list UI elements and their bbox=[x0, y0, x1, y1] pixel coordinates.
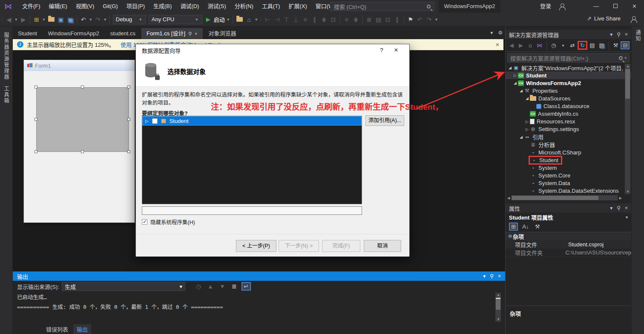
tab-student-cs[interactable]: student.cs bbox=[105, 28, 141, 39]
toolbar-grip[interactable]: ⁞ bbox=[260, 17, 262, 22]
categorized-icon[interactable]: ⊞ bbox=[509, 223, 518, 231]
tree-item-resources-resx[interactable]: ▷ Resources.resx bbox=[506, 118, 631, 126]
resize-handle[interactable] bbox=[81, 150, 84, 153]
expand-arrow-icon[interactable]: ▷ bbox=[524, 127, 530, 131]
resize-handle[interactable] bbox=[34, 150, 37, 153]
expand-arrow-icon[interactable]: ◢ bbox=[518, 88, 524, 93]
notifications-vertical-tab[interactable]: 通知 bbox=[634, 30, 641, 42]
user-account-icon[interactable] bbox=[559, 3, 566, 9]
resize-handle[interactable] bbox=[127, 150, 130, 153]
tab-error-list[interactable]: 错误列表 bbox=[43, 324, 72, 334]
back-icon[interactable]: ◀ bbox=[507, 42, 516, 49]
document-well-options-icon[interactable]: ⚙ bbox=[498, 30, 503, 36]
tab-student[interactable]: Student bbox=[13, 28, 42, 39]
bookmark-dropdown-icon[interactable]: ▾ bbox=[434, 16, 439, 23]
scroll-down-icon[interactable]: ▼ bbox=[497, 317, 500, 321]
property-row-project-file[interactable]: 项目文件 Student.csproj bbox=[506, 240, 631, 248]
tab-overflow-dropdown-icon[interactable]: ▾ bbox=[490, 30, 493, 36]
make-horizontal-spacing-equal-icon[interactable]: ⋕ bbox=[319, 15, 329, 24]
live-share-button[interactable]: ⇗ Live Share bbox=[587, 15, 621, 22]
menu-edit[interactable]: 编辑(E) bbox=[45, 0, 72, 13]
form-designer-window[interactable]: Form1 bbox=[23, 60, 135, 223]
tree-item-student-selected[interactable]: ▷ Student bbox=[142, 116, 362, 126]
hide-system-assemblies-checkbox[interactable] bbox=[142, 219, 147, 225]
expand-arrow-icon[interactable]: ◢ bbox=[518, 135, 524, 139]
undo-dropdown-icon[interactable]: ▾ bbox=[88, 16, 93, 23]
word-wrap-icon[interactable]: ↵ bbox=[242, 282, 251, 291]
hide-system-assemblies-row[interactable]: 隐藏系统程序集(H) bbox=[142, 218, 195, 226]
menu-debug[interactable]: 调试(D) bbox=[176, 0, 203, 13]
solution-explorer-vertical-scrollbar[interactable]: ▲ ▼ bbox=[625, 64, 630, 194]
data-objects-tree[interactable]: ▷ Student bbox=[142, 116, 362, 204]
student-checkbox[interactable] bbox=[152, 118, 158, 124]
expand-arrow-icon[interactable]: ▷ bbox=[512, 73, 518, 77]
tree-item-analyzers[interactable]: ≣ 分析器 bbox=[506, 141, 631, 148]
align-tops-icon[interactable]: ⊤ bbox=[282, 15, 291, 24]
tree-item-windowsformsapp2-project[interactable]: ◢ C# WindowsFormsApp2 bbox=[506, 79, 631, 87]
bookmark-icon[interactable]: ⚑ bbox=[406, 15, 415, 24]
properties-title-bar[interactable]: 属性 ▾ ⚲ × bbox=[506, 203, 631, 213]
tab-windowsformsapp2[interactable]: WindowsFormsApp2 bbox=[43, 28, 104, 39]
window-position-dropdown-icon[interactable]: ▾ bbox=[483, 273, 486, 279]
next-message-icon[interactable]: ▼ bbox=[218, 282, 227, 291]
resize-handle[interactable] bbox=[81, 86, 84, 88]
scroll-down-icon[interactable]: ▼ bbox=[626, 190, 630, 194]
solution-explorer-title-bar[interactable]: 解决方案资源管理器 ▾ ⚲ × bbox=[506, 30, 631, 39]
solution-explorer-search-input[interactable]: 搜索解决方案资源管理器(Ctrl+;) ▾ bbox=[507, 53, 630, 63]
home-icon[interactable]: ⌂ bbox=[526, 42, 535, 49]
dialog-title-bar[interactable]: 数据源配置向导 ? × bbox=[136, 44, 409, 56]
find-message-icon[interactable]: ◷ bbox=[194, 282, 203, 291]
make-same-size-icon[interactable]: ⊡ bbox=[329, 15, 338, 24]
order-icons[interactable]: ⋕ bbox=[351, 15, 361, 24]
navigate-forward-icon[interactable]: ▶ bbox=[19, 15, 28, 24]
pin-icon[interactable]: ⚲ bbox=[617, 31, 621, 37]
tree-item-solution[interactable]: ◢ ▣ 解决方案"WindowsFormsApp2"(2 个项目, bbox=[506, 64, 631, 71]
filter-input[interactable] bbox=[142, 206, 362, 215]
tree-item-system-core[interactable]: ▪▪ System.Core bbox=[506, 171, 631, 179]
finish-button[interactable]: 完成(F) bbox=[322, 240, 360, 252]
scroll-left-icon[interactable]: ◀ bbox=[507, 196, 510, 200]
redo-dropdown-icon[interactable]: ▾ bbox=[103, 16, 108, 23]
scroll-right-icon[interactable]: ▶ bbox=[619, 196, 622, 200]
previous-message-icon[interactable]: ▲ bbox=[206, 282, 215, 291]
info-bar-close-icon[interactable]: × bbox=[496, 41, 499, 48]
alphabetical-icon[interactable]: A↓ bbox=[521, 223, 530, 230]
menu-extensions[interactable]: 扩展(X) bbox=[284, 0, 311, 13]
collapse-icon[interactable]: ⊟ bbox=[507, 234, 513, 238]
menu-analyze[interactable]: 分析(N) bbox=[230, 0, 258, 13]
datagridview-control[interactable] bbox=[36, 87, 129, 152]
property-row-project-folder[interactable]: 项目文件夹 C:\Users\ASUS\source\rep bbox=[506, 248, 631, 257]
tab-form1-designer[interactable]: Form1.cs [设计] ⚲ × bbox=[141, 28, 203, 39]
tree-item-class1-datasource[interactable]: Class1.datasource bbox=[506, 102, 631, 110]
close-panel-icon[interactable]: × bbox=[625, 31, 628, 37]
scroll-thumb[interactable] bbox=[512, 196, 598, 200]
solution-platforms-dropdown[interactable]: Any CPU ▾ bbox=[149, 15, 202, 24]
refresh-icon[interactable]: ↻ bbox=[578, 41, 587, 50]
output-vertical-scrollbar[interactable]: ▲ ▼ bbox=[495, 293, 501, 322]
server-explorer-vertical-tab[interactable]: 服务器资源管理器 bbox=[3, 32, 10, 80]
start-debugging-icon[interactable]: ▶ bbox=[204, 15, 213, 23]
tree-item-microsoft-csharp[interactable]: ▪▪ Microsoft.CSharp bbox=[506, 148, 631, 156]
menu-git[interactable]: Git(G) bbox=[98, 0, 122, 13]
output-title-bar[interactable]: 输出 ▾ ⚲ × bbox=[13, 271, 505, 281]
expand-arrow-icon[interactable]: ▷ bbox=[524, 120, 530, 124]
expand-arrow-icon[interactable]: ◢ bbox=[524, 96, 530, 100]
solution-explorer-horizontal-scrollbar[interactable]: ◀ ▶ bbox=[506, 195, 630, 201]
filter-dropdown-icon[interactable]: ▾ bbox=[559, 43, 567, 48]
help-icon[interactable]: ? bbox=[374, 47, 389, 54]
previous-button[interactable]: < 上一步(P) bbox=[236, 240, 276, 252]
redo-icon[interactable]: ↷ bbox=[93, 15, 103, 24]
dialog-close-icon[interactable]: × bbox=[389, 46, 403, 54]
menu-view[interactable]: 视图(V) bbox=[72, 0, 98, 13]
open-folder-icon[interactable] bbox=[48, 17, 55, 22]
new-item-dropdown-icon[interactable]: ▾ bbox=[41, 16, 46, 23]
menu-test[interactable]: 测试(S) bbox=[203, 0, 230, 13]
quick-search-input[interactable]: 搜索 (Ctrl+Q) bbox=[330, 2, 434, 11]
find-in-files-icon[interactable] bbox=[236, 17, 243, 22]
menu-build[interactable]: 生成(B) bbox=[149, 0, 176, 13]
minimize-button[interactable]: — bbox=[586, 0, 606, 13]
tree-item-system-data[interactable]: ▪▪ System.Data bbox=[506, 179, 631, 187]
restore-button[interactable] bbox=[606, 0, 625, 13]
close-panel-icon[interactable]: × bbox=[625, 205, 628, 211]
undo-icon[interactable]: ↶ bbox=[79, 15, 88, 24]
